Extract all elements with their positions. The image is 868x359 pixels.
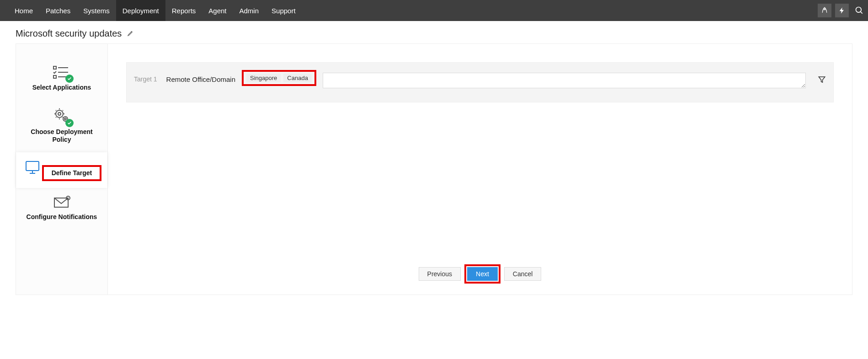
wizard-panel: Target 1 Remote Office/Domain Singapore … [107,44,852,295]
step-select-applications[interactable]: Select Applications [16,58,107,100]
nav-deployment[interactable]: Deployment [116,0,165,21]
svg-rect-12 [26,161,39,171]
svg-point-0 [824,9,825,10]
next-button[interactable]: Next [467,267,498,281]
svg-point-8 [56,110,63,118]
page-title: Microsoft security updates [16,28,122,39]
svg-point-11 [64,118,66,120]
step-configure-notifications[interactable]: Configure Notifications [16,188,107,230]
nav-home[interactable]: Home [8,0,39,21]
target-chip[interactable]: Canada [283,74,312,82]
check-badge-icon [65,75,74,83]
wizard-buttons: Previous Next Cancel [126,261,834,285]
step-label: Select Applications [21,84,103,92]
top-nav: Home Patches Systems Deployment Reports … [0,0,868,21]
target-chip[interactable]: Singapore [246,74,281,82]
filter-icon[interactable] [815,73,826,85]
svg-rect-3 [53,66,56,69]
edit-title-icon[interactable] [127,28,134,39]
step-choose-deployment-policy[interactable]: Choose Deployment Policy [16,100,107,152]
step-label: Configure Notifications [21,213,103,221]
bolt-icon[interactable] [835,4,849,17]
svg-line-2 [861,12,863,14]
svg-point-9 [58,113,61,115]
step-label: Choose Deployment Policy [21,128,103,144]
nav-agent[interactable]: Agent [202,0,233,21]
page-title-row: Microsoft security updates [0,21,868,43]
nav-admin[interactable]: Admin [233,0,266,21]
target-input[interactable] [323,73,806,88]
cancel-button[interactable]: Cancel [504,267,542,281]
nav-systems[interactable]: Systems [77,0,116,21]
nav-patches[interactable]: Patches [39,0,77,21]
wizard-steps: Select Applications Choose Deployment Po… [16,44,107,295]
wizard-container: Select Applications Choose Deployment Po… [16,43,852,295]
next-button-highlight: Next [467,267,498,281]
nav-support[interactable]: Support [265,0,302,21]
check-badge-icon [65,119,74,127]
svg-rect-6 [53,75,56,78]
monitor-icon [23,160,42,177]
rocket-icon[interactable] [818,4,831,17]
target-index-label: Target 1 [134,73,157,83]
step-define-target[interactable]: Define Target [16,152,107,188]
search-icon[interactable] [852,4,866,17]
gear-icon [53,107,71,125]
target-field-label: Remote Office/Domain [166,73,235,83]
target-chips-highlight: Singapore Canada [245,73,314,83]
previous-button[interactable]: Previous [419,267,461,281]
mail-icon [53,195,71,210]
svg-point-1 [856,7,862,13]
nav-reports[interactable]: Reports [165,0,202,21]
target-row: Target 1 Remote Office/Domain Singapore … [126,62,834,102]
step-label: Define Target [43,166,100,180]
list-icon [53,65,71,81]
